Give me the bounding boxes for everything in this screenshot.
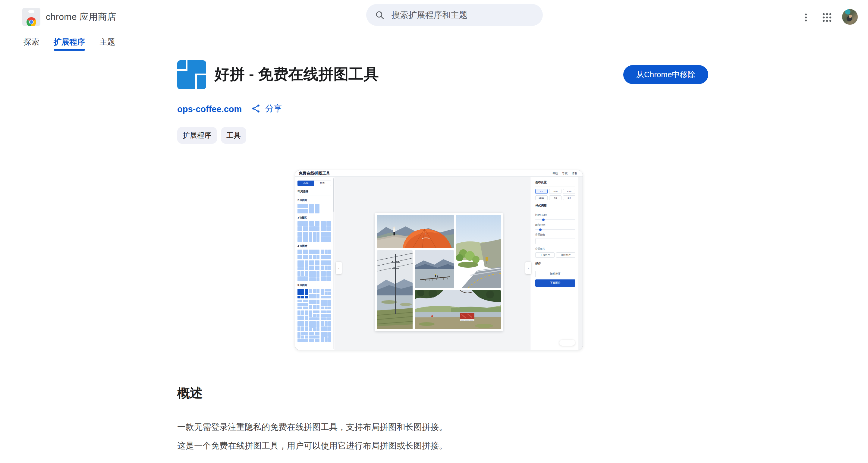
layout-thumbnail-grid [298,221,331,242]
category-chip[interactable]: 扩展程序 [177,127,217,144]
layout-thumbnail [309,204,320,213]
collage-photo-tent [377,215,454,248]
layout-thumbnail [309,271,320,281]
bg-image-button: 上传图片 [535,252,555,258]
layout-thumbnail [321,271,331,281]
store-tabs: 探索扩展程序主题 [24,34,115,53]
screenshot-app-topbar: 免费在线拼图工具 帮助导航博客 [295,170,583,177]
download-button: 下载图片 [535,279,575,287]
collapse-right-panel-icon: › [525,261,531,274]
layout-thumbnail [321,232,331,242]
layout-thumbnail [321,221,331,231]
layout-thumbnail [309,250,320,259]
extension-title: 好拼 - 免费在线拼图工具 [215,64,378,84]
slider-track [535,219,575,220]
store-brand[interactable]: chrome 应用商店 [22,8,116,26]
screenshot-right-panel: 画布设置 1:116:99:1616:104:33:4 样式调整 间距: 10p… [530,177,578,350]
layout-thumbnail [309,221,320,231]
overview-heading: 概述 [177,384,203,402]
layout-group-label: 4 张图片 [298,244,331,248]
search-icon [375,10,385,20]
screenshot-mode-active: 布局 [298,181,314,186]
collapse-left-panel-icon: ‹ [336,261,342,274]
google-apps-button[interactable] [820,10,834,25]
layout-thumbnail [309,310,320,320]
canvas-settings-label: 画布设置 [535,181,575,184]
tab-explore[interactable]: 探索 [24,34,39,53]
layout-thumbnail [321,250,331,259]
share-icon [251,103,261,114]
collage-photo-lakeside [415,290,501,329]
screenshot-mode-toggle: 布局拼图 [298,181,331,186]
layout-thumbnail [298,250,308,259]
bg-image-button: 移除图片 [556,252,575,258]
share-label: 分享 [265,103,282,114]
ratio-button-16:10: 16:10 [535,195,548,200]
actions-label: 操作 [535,261,575,266]
screenshot-left-panel: 布局拼图 布局选择 2 张图片3 张图片4 张图片5 张图片 [295,177,335,350]
bg-image-buttons: 上传图片移除图片 [535,252,575,258]
slider-label: 间距: 10px [535,213,575,216]
layout-thumbnail [321,260,331,270]
overview-paragraph: 一款无需登录注重隐私的免费在线拼图工具，支持布局拼图和长图拼接。 [177,422,447,433]
remove-from-chrome-button[interactable]: 从Chrome中移除 [623,65,708,84]
tab-extensions[interactable]: 扩展程序 [54,34,85,53]
screenshot-mode-inactive: 拼图 [314,181,332,186]
shuffle-button: 随机排序 [535,271,575,277]
layout-thumbnail [321,321,331,331]
layout-thumbnail [309,300,320,309]
more-menu-button[interactable] [799,10,813,25]
slider-handle [542,219,545,221]
extension-icon [177,60,206,89]
layout-thumbnail [321,300,331,309]
collage-photo-power-lines [377,250,412,329]
screenshot-carousel-slide[interactable]: 免费在线拼图工具 帮助导航博客 布局拼图 布局选择 2 张图片3 张图片4 张图… [295,170,583,350]
layout-group-label: 5 张图片 [298,284,331,287]
screenshot-app-body: 布局拼图 布局选择 2 张图片3 张图片4 张图片5 张图片 [295,177,583,350]
layout-group-label: 3 张图片 [298,216,331,220]
layout-thumbnail [321,310,331,320]
bg-color-label: 背景颜色 [535,233,575,236]
chrome-web-store-logo-icon [22,8,40,26]
search-input[interactable] [392,10,535,20]
category-chip[interactable]: 工具 [221,127,246,144]
bg-color-input[interactable] [535,238,575,244]
screenshot-nav-link: 博客 [572,172,577,176]
layout-thumbnail [298,260,308,270]
layout-thumbnail [298,221,308,231]
screenshot-layout-groups: 2 张图片3 张图片4 张图片5 张图片 [298,198,331,342]
layout-thumbnail [298,271,308,281]
layout-thumbnail [298,204,308,213]
layout-thumbnail [298,300,308,309]
layout-thumbnail [298,232,308,242]
category-chips: 扩展程序工具 [177,127,246,144]
slider-label: 圆角: 8px [535,223,575,226]
store-name: chrome 应用商店 [46,11,116,23]
layout-thumbnail [298,332,308,342]
ratio-button-4:3: 4:3 [549,195,561,200]
layout-thumbnail [309,232,320,242]
collage-photo-road [456,215,501,288]
ratio-button-9:16: 9:16 [563,189,575,194]
publisher-link[interactable]: ops-coffee.com [177,104,242,114]
overview-paragraph: 这是一个免费在线拼图工具，用户可以使用它进行布局拼图或长图拼接。 [177,440,447,452]
screenshot-nav-link: 导航 [562,172,567,176]
layout-thumbnail-grid [298,250,331,281]
slider-handle [539,228,541,231]
layout-thumbnail [309,321,320,331]
screenshot-layout-select-label: 布局选择 [298,190,331,193]
style-settings-label: 样式调整 [535,204,575,208]
screenshot-nav-link: 帮助 [553,172,558,176]
screenshot-left-scrollbar [333,178,334,349]
chrome-web-store-page: chrome 应用商店 探索扩展程序主题 [0,0,868,463]
layout-thumbnail-grid [298,204,331,213]
screenshot-app-nav: 帮助导航博客 [553,172,577,176]
share-button[interactable]: 分享 [251,103,282,114]
screenshot-app-title: 免费在线拼图工具 [299,171,330,176]
search-bar[interactable] [366,4,543,26]
bg-image-label: 背景图片 [535,247,575,250]
avatar[interactable] [842,9,858,25]
tab-themes[interactable]: 主题 [99,34,115,53]
layout-thumbnail [309,332,320,342]
layout-thumbnail [298,310,308,320]
